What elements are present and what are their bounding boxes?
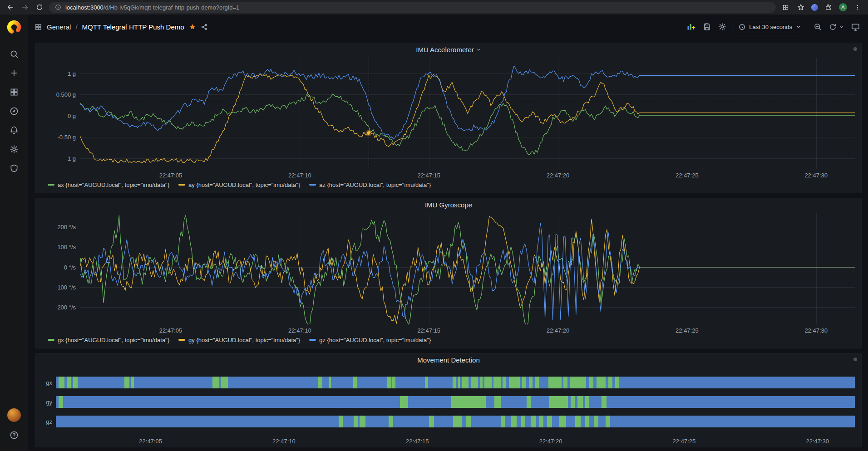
back-icon[interactable] bbox=[5, 2, 15, 12]
x-tick-label: 22:47:25 bbox=[676, 327, 699, 334]
state-segment bbox=[571, 396, 575, 408]
state-segment bbox=[339, 416, 343, 427]
legend-item[interactable]: ax {host="AUGUD.local", topic="imu/data"… bbox=[48, 181, 169, 188]
state-segment bbox=[353, 377, 357, 388]
legend-item[interactable]: ay {host="AUGUD.local", topic="imu/data"… bbox=[178, 181, 300, 188]
legend-item[interactable]: gx {host="AUGUD.local", topic="imu/data"… bbox=[48, 337, 169, 343]
timeline-bar-gx[interactable] bbox=[56, 377, 855, 388]
panel-header-accelerometer[interactable]: IMU Accelerometer bbox=[36, 43, 861, 56]
browser-toolbar: localhost:3000/d/Hb-lv5qGk/mqtt-telegraf… bbox=[0, 0, 868, 15]
user-avatar[interactable] bbox=[7, 408, 21, 422]
breadcrumb-folder[interactable]: General bbox=[47, 23, 71, 31]
legend-item[interactable]: gz {host="AUGUD.local", topic="imu/data"… bbox=[309, 337, 431, 343]
state-segment bbox=[575, 416, 581, 427]
dashboard-grid: IMU Accelerometer 1 g0.500 g0 g-0.50 g-1… bbox=[28, 39, 868, 451]
browser-menu-icon[interactable] bbox=[853, 2, 863, 12]
state-segment bbox=[615, 377, 619, 388]
bookmark-star-icon[interactable] bbox=[796, 2, 806, 12]
search-icon[interactable] bbox=[4, 44, 24, 64]
server-admin-shield-icon[interactable] bbox=[4, 159, 24, 178]
state-segment bbox=[529, 377, 533, 388]
y-tick-label: 0.500 g bbox=[56, 91, 76, 98]
legend-label: ay {host="AUGUD.local", topic="imu/data"… bbox=[188, 181, 300, 188]
share-icon[interactable] bbox=[201, 23, 208, 31]
zoom-out-icon[interactable] bbox=[814, 23, 822, 31]
grafana-logo[interactable] bbox=[6, 19, 22, 35]
state-segment bbox=[563, 377, 567, 388]
create-plus-icon[interactable] bbox=[4, 64, 24, 83]
chevron-down-icon bbox=[476, 47, 481, 52]
browser-profile-avatar[interactable]: A bbox=[839, 3, 847, 11]
time-range-picker[interactable]: Last 30 seconds bbox=[734, 21, 806, 33]
extensions-puzzle-icon[interactable] bbox=[824, 2, 833, 12]
legend-swatch bbox=[178, 184, 185, 186]
browser-actions: A bbox=[780, 2, 863, 12]
legend-swatch bbox=[309, 184, 316, 186]
state-segment bbox=[466, 416, 471, 427]
tab-groups-icon[interactable] bbox=[780, 2, 790, 12]
y-axis: 1 g0.500 g0 g-0.50 g-1 g bbox=[39, 58, 80, 179]
legend-label: gy {host="AUGUD.local", topic="imu/data"… bbox=[188, 337, 300, 343]
state-segment bbox=[400, 396, 408, 408]
state-segment bbox=[387, 377, 391, 388]
gyroscope-canvas bbox=[80, 213, 855, 324]
legend-item[interactable]: gy {host="AUGUD.local", topic="imu/data"… bbox=[178, 337, 300, 343]
explore-compass-icon[interactable] bbox=[4, 102, 24, 121]
state-segment bbox=[602, 396, 607, 408]
alerting-bell-icon[interactable] bbox=[4, 121, 24, 140]
x-tick-label: 22:47:05 bbox=[139, 438, 162, 445]
dashboard-title[interactable]: MQTT Telegraf HTTP Push Demo bbox=[82, 23, 184, 31]
y-tick-label: 1 g bbox=[68, 70, 76, 77]
site-info-icon[interactable] bbox=[54, 2, 62, 12]
panel-imu-accelerometer: IMU Accelerometer 1 g0.500 g0 g-0.50 g-1… bbox=[35, 43, 862, 193]
configuration-gear-icon[interactable] bbox=[4, 140, 24, 159]
add-panel-icon[interactable] bbox=[686, 22, 695, 31]
panel-header-movement[interactable]: Movement Detection bbox=[36, 353, 861, 366]
y-tick-label: 200 °/s bbox=[57, 224, 76, 230]
state-segment bbox=[589, 377, 593, 388]
state-segment bbox=[480, 377, 483, 388]
x-tick-label: 22:47:20 bbox=[547, 172, 570, 179]
kiosk-tv-icon[interactable] bbox=[851, 23, 860, 31]
streaming-indicator bbox=[853, 47, 857, 51]
save-dashboard-icon[interactable] bbox=[703, 23, 711, 31]
forward-icon[interactable] bbox=[20, 2, 30, 12]
plot-area-accelerometer[interactable] bbox=[80, 58, 855, 169]
nav-actions: Last 30 seconds bbox=[686, 21, 860, 33]
state-segment bbox=[59, 377, 65, 388]
state-segment bbox=[392, 377, 395, 388]
reload-icon[interactable] bbox=[35, 2, 44, 12]
dashboard-settings-icon[interactable] bbox=[718, 23, 726, 31]
dashboards-icon[interactable] bbox=[4, 83, 24, 102]
y-tick-label: -0.50 g bbox=[58, 133, 76, 140]
url-text: localhost:3000/d/Hb-lv5qGk/mqtt-telegraf… bbox=[65, 4, 239, 11]
url-bar[interactable]: localhost:3000/d/Hb-lv5qGk/mqtt-telegraf… bbox=[49, 2, 776, 13]
panel-title: IMU Gyroscope bbox=[425, 201, 472, 209]
x-tick-label: 22:47:20 bbox=[547, 327, 570, 334]
extension-icon[interactable] bbox=[811, 4, 818, 11]
x-tick-label: 22:47:05 bbox=[159, 327, 182, 334]
state-segment bbox=[493, 377, 500, 388]
state-segment bbox=[606, 416, 610, 427]
state-segment bbox=[329, 377, 331, 388]
x-axis: 22:47:0522:47:1022:47:1522:47:2022:47:25… bbox=[80, 324, 855, 334]
refresh-icon[interactable] bbox=[829, 23, 837, 31]
state-segment bbox=[594, 416, 598, 427]
row-label: gz bbox=[39, 418, 52, 425]
x-tick-label: 22:47:15 bbox=[417, 327, 440, 334]
timeline-bar-gy[interactable] bbox=[56, 396, 855, 408]
help-icon[interactable] bbox=[4, 426, 24, 445]
state-segment bbox=[608, 377, 612, 388]
favorite-star-icon[interactable] bbox=[189, 23, 196, 30]
timeline-bar-gz[interactable] bbox=[56, 416, 855, 427]
y-tick-label: 0 °/s bbox=[64, 264, 76, 270]
dashboard-nav: General / MQTT Telegraf HTTP Push Demo bbox=[28, 15, 868, 39]
legend-item[interactable]: az {host="AUGUD.local", topic="imu/data"… bbox=[309, 181, 431, 188]
panel-header-gyroscope[interactable]: IMU Gyroscope bbox=[36, 198, 861, 211]
legend-label: az {host="AUGUD.local", topic="imu/data"… bbox=[319, 181, 431, 188]
plot-area-gyroscope[interactable] bbox=[80, 213, 855, 324]
state-segment bbox=[521, 416, 525, 427]
refresh-interval-caret-icon[interactable] bbox=[839, 25, 844, 29]
state-segment bbox=[501, 416, 505, 427]
streaming-indicator bbox=[853, 358, 857, 361]
